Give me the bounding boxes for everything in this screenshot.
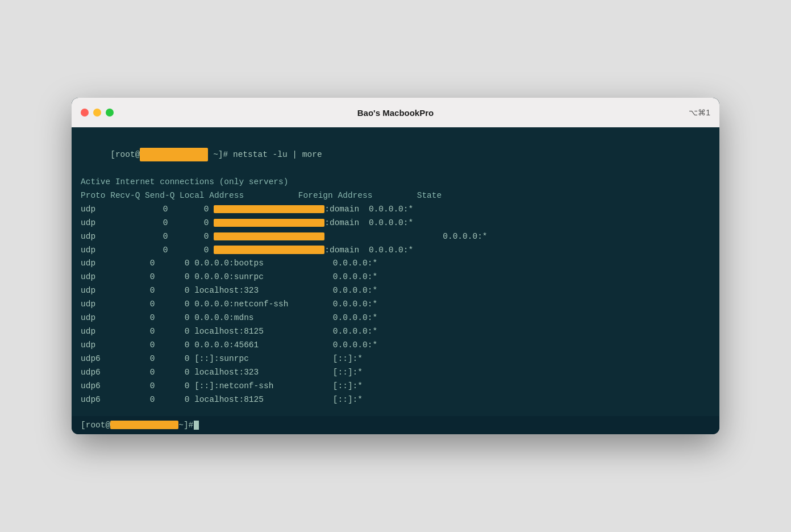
table-header: Proto Recv-Q Send-Q Local Address Foreig… bbox=[81, 189, 710, 203]
bottom-hostname-redacted bbox=[110, 421, 178, 429]
table-row: udp 0 0 0.0.0.0:mdns 0.0.0.0:* bbox=[81, 311, 710, 325]
command-text: netstat -lu | more bbox=[233, 150, 322, 159]
table-row: udp6 0 0 [::]:netconf-ssh [::]:* bbox=[81, 380, 710, 393]
terminal-input-line: [root@ ~]# bbox=[72, 416, 719, 434]
window-title: Bao's MacbookPro bbox=[357, 108, 434, 118]
table-row: udp 0 0 0.0.0.0:45661 0.0.0.0:* bbox=[81, 339, 710, 352]
terminal-body: [root@ ~]# netstat -lu | more Active Int… bbox=[72, 127, 719, 415]
table-row: udp 0 0 :domain 0.0.0.0:* bbox=[81, 203, 710, 217]
table-row: udp 0 0 :domain 0.0.0.0:* bbox=[81, 217, 710, 230]
table-row: udp6 0 0 localhost:323 [::]:* bbox=[81, 366, 710, 380]
titlebar: Bao's MacbookPro ⌥⌘1 bbox=[72, 98, 719, 127]
active-connections-line: Active Internet connections (only server… bbox=[81, 176, 710, 189]
window-controls bbox=[81, 109, 114, 117]
command-line: [root@ ~]# netstat -lu | more bbox=[81, 134, 710, 176]
prompt-prefix: [root@ bbox=[110, 150, 140, 159]
table-row: udp 0 0 0.0.0.0:netconf-ssh 0.0.0.0:* bbox=[81, 298, 710, 311]
hostname-redacted bbox=[140, 148, 208, 161]
prompt-suffix: ~]# bbox=[208, 150, 233, 159]
table-row: udp6 0 0 [::]:sunrpc [::]:* bbox=[81, 352, 710, 366]
bottom-prompt-suffix: ~]# bbox=[178, 421, 193, 430]
table-row: udp 0 0 0.0.0.0:* bbox=[81, 230, 710, 244]
table-row: udp 0 0 0.0.0.0:bootps 0.0.0.0:* bbox=[81, 257, 710, 271]
table-row: udp6 0 0 localhost:8125 [::]:* bbox=[81, 393, 710, 407]
keyboard-shortcut: ⌥⌘1 bbox=[689, 108, 710, 117]
table-row: udp 0 0 :domain 0.0.0.0:* bbox=[81, 244, 710, 257]
table-row: udp 0 0 localhost:8125 0.0.0.0:* bbox=[81, 325, 710, 339]
minimize-button[interactable] bbox=[93, 109, 101, 117]
cursor bbox=[194, 421, 199, 430]
close-button[interactable] bbox=[81, 109, 89, 117]
bottom-prompt-prefix: [root@ bbox=[81, 421, 110, 430]
terminal-window: Bao's MacbookPro ⌥⌘1 [root@ ~]# netstat … bbox=[72, 98, 719, 434]
table-row: udp 0 0 0.0.0.0:sunrpc 0.0.0.0:* bbox=[81, 271, 710, 284]
maximize-button[interactable] bbox=[106, 109, 114, 117]
table-row: udp 0 0 localhost:323 0.0.0.0:* bbox=[81, 284, 710, 298]
